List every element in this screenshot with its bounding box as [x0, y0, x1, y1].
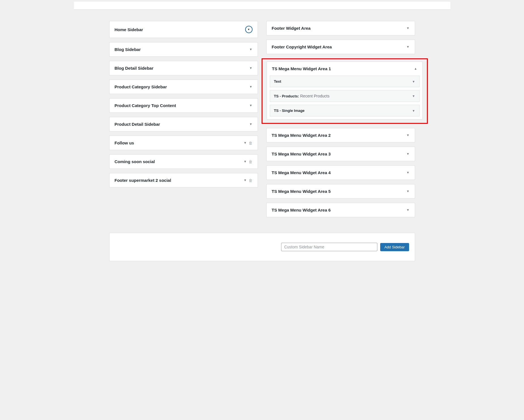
- chevron-down-icon: ▼: [407, 208, 410, 212]
- widget-area-title: Footer Widget Area: [272, 26, 311, 31]
- widget-item-text[interactable]: Text ▼: [270, 76, 420, 87]
- widget-area-footer-widget-area[interactable]: Footer Widget Area ▼: [266, 21, 415, 35]
- chevron-down-icon: ▼: [249, 67, 253, 70]
- trash-icon[interactable]: 🗑: [249, 141, 253, 145]
- chevron-down-icon: ▼: [407, 152, 410, 155]
- widget-area-product-category-sidebar[interactable]: Product Category Sidebar ▼: [109, 80, 258, 94]
- chevron-down-icon: ▼: [247, 28, 250, 31]
- chevron-down-icon: ▼: [244, 160, 247, 163]
- widget-area-title: Blog Sidebar: [115, 47, 141, 52]
- widget-area-ts-mega-menu-3[interactable]: TS Mega Menu Widget Area 3 ▼: [266, 147, 415, 161]
- widget-item-label: TS - Products: Recent Products: [274, 94, 330, 98]
- widget-item-subtitle: Recent Products: [299, 94, 329, 98]
- add-sidebar-panel: Add Sidebar: [109, 233, 415, 261]
- widget-item-ts-single-image[interactable]: TS - Single Image ▼: [270, 105, 420, 116]
- toggle-circle-icon[interactable]: ▼: [245, 26, 253, 33]
- custom-sidebar-name-input[interactable]: [281, 243, 377, 251]
- trash-icon[interactable]: 🗑: [249, 159, 253, 164]
- widget-area-home-sidebar[interactable]: Home Sidebar ▼: [109, 21, 258, 38]
- chevron-up-icon: ▲: [414, 67, 417, 70]
- trash-icon[interactable]: 🗑: [249, 178, 253, 183]
- widget-area-follow-us[interactable]: Follow us ▼ 🗑: [109, 136, 258, 150]
- left-column: Home Sidebar ▼ Blog Sidebar ▼ Blog Detai…: [109, 21, 258, 221]
- chevron-down-icon: ▼: [407, 27, 410, 30]
- chevron-down-icon: ▼: [407, 45, 410, 48]
- widget-area-title: Footer Copyright Widget Area: [272, 44, 332, 49]
- widget-area-title: Home Sidebar: [115, 27, 143, 32]
- chevron-down-icon: ▼: [249, 104, 253, 107]
- widget-area-title: Blog Detail Sidebar: [115, 66, 154, 71]
- widget-area-title: Follow us: [115, 140, 134, 145]
- widget-item-title: TS - Single Image: [274, 108, 305, 113]
- widget-area-blog-sidebar[interactable]: Blog Sidebar ▼: [109, 42, 258, 57]
- chevron-down-icon: ▼: [249, 85, 253, 88]
- widget-area-title: Product Category Sidebar: [115, 84, 167, 89]
- widget-area-ts-mega-menu-5[interactable]: TS Mega Menu Widget Area 5 ▼: [266, 184, 415, 199]
- chevron-down-icon: ▼: [407, 171, 410, 174]
- top-bar: [74, 2, 450, 10]
- chevron-down-icon: ▼: [407, 134, 410, 137]
- widget-area-title: Product Detail Sidebar: [115, 122, 160, 127]
- add-sidebar-button[interactable]: Add Sidebar: [380, 243, 409, 251]
- widget-area-title: TS Mega Menu Widget Area 4: [272, 170, 331, 175]
- widget-area-ts-mega-menu-2[interactable]: TS Mega Menu Widget Area 2 ▼: [266, 128, 415, 142]
- widget-areas-grid: Home Sidebar ▼ Blog Sidebar ▼ Blog Detai…: [91, 15, 433, 227]
- widget-area-product-category-top-content[interactable]: Product Category Top Content ▼: [109, 98, 258, 113]
- widget-area-title: TS Mega Menu Widget Area 1: [272, 66, 331, 71]
- chevron-down-icon: ▼: [244, 141, 247, 144]
- widget-area-footer-supermarket-2-social[interactable]: Footer supermarket 2 social ▼ 🗑: [109, 173, 258, 187]
- widget-area-ts-mega-menu-4[interactable]: TS Mega Menu Widget Area 4 ▼: [266, 165, 415, 180]
- widget-area-ts-mega-menu-1[interactable]: TS Mega Menu Widget Area 1 ▲ Text ▼ TS -…: [267, 61, 423, 120]
- widget-area-ts-mega-menu-6[interactable]: TS Mega Menu Widget Area 6 ▼: [266, 203, 415, 217]
- widget-area-footer-copyright-widget-area[interactable]: Footer Copyright Widget Area ▼: [266, 40, 415, 54]
- chevron-down-icon: ▼: [412, 94, 415, 98]
- widget-area-title: TS Mega Menu Widget Area 5: [272, 189, 331, 194]
- chevron-down-icon: ▼: [249, 123, 253, 126]
- widget-area-body: Text ▼ TS - Products: Recent Products ▼ …: [267, 76, 422, 119]
- chevron-down-icon: ▼: [244, 179, 247, 182]
- chevron-down-icon: ▼: [412, 80, 415, 83]
- highlight-box: TS Mega Menu Widget Area 1 ▲ Text ▼ TS -…: [262, 58, 428, 124]
- widget-item-title: TS - Products:: [274, 94, 299, 98]
- chevron-down-icon: ▼: [407, 190, 410, 193]
- widget-area-title: Footer supermarket 2 social: [115, 178, 171, 183]
- widget-area-coming-soon-social[interactable]: Coming soon social ▼ 🗑: [109, 154, 258, 169]
- widget-area-title: Product Category Top Content: [115, 103, 176, 108]
- widget-area-title: TS Mega Menu Widget Area 6: [272, 208, 331, 212]
- widget-area-blog-detail-sidebar[interactable]: Blog Detail Sidebar ▼: [109, 61, 258, 75]
- chevron-down-icon: ▼: [412, 109, 415, 112]
- widget-area-title: TS Mega Menu Widget Area 2: [272, 133, 331, 138]
- widget-item-ts-products[interactable]: TS - Products: Recent Products ▼: [270, 90, 420, 102]
- widget-area-title: Coming soon social: [115, 159, 155, 164]
- widget-area-title: TS Mega Menu Widget Area 3: [272, 152, 331, 156]
- right-column: Footer Widget Area ▼ Footer Copyright Wi…: [266, 21, 415, 221]
- chevron-down-icon: ▼: [249, 48, 253, 51]
- widget-area-product-detail-sidebar[interactable]: Product Detail Sidebar ▼: [109, 117, 258, 131]
- widget-item-title: Text: [274, 79, 281, 84]
